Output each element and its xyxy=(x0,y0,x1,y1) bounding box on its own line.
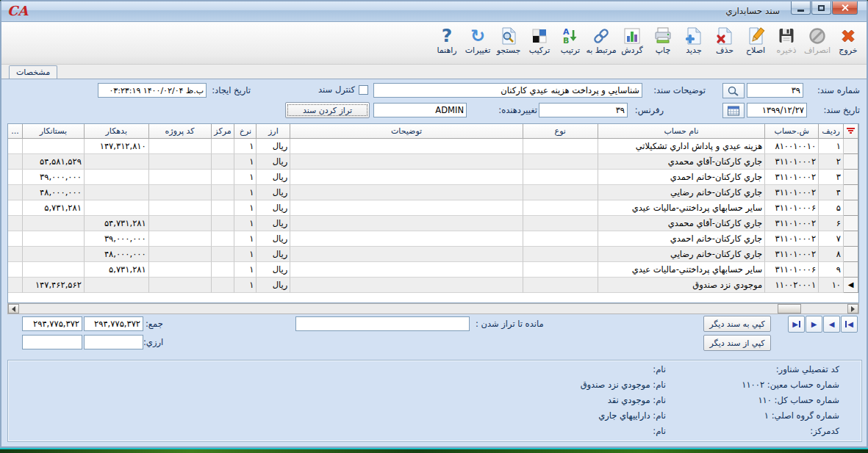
cell-accno[interactable]: ۳۱۱۰۱۰۰۰۲ xyxy=(765,154,819,170)
cell-currency[interactable]: ريال xyxy=(257,200,290,216)
cell-sel[interactable] xyxy=(844,139,858,154)
cell-accno[interactable]: ۳۱۱۰۱۰۰۰۲ xyxy=(765,185,819,200)
cell-rownum[interactable]: ۱ xyxy=(819,139,844,154)
cell-accno[interactable]: ۱۱۰۰۲۰۰۰۱ xyxy=(765,278,819,293)
cell-rate[interactable]: ۱ xyxy=(234,247,257,262)
cell-name[interactable]: جاري كاركنان-خانم رضايي xyxy=(598,247,766,262)
cell-project[interactable] xyxy=(149,170,212,185)
column-header-project[interactable]: كد پروژه xyxy=(149,124,212,139)
cell-project[interactable] xyxy=(149,231,212,247)
cell-project[interactable] xyxy=(149,185,212,200)
cell-rownum[interactable]: ۸ xyxy=(819,247,844,262)
copy-from-document-button[interactable]: كپي از سند ديگر xyxy=(703,335,771,351)
cell-type[interactable] xyxy=(523,154,598,170)
toolbar-delete-button[interactable]: حذف xyxy=(709,23,740,55)
cell-center[interactable] xyxy=(212,154,235,170)
cell-rate[interactable]: ۱ xyxy=(234,154,257,170)
cell-debit[interactable] xyxy=(85,185,149,200)
nav-previous-record-button[interactable]: ◀ xyxy=(823,316,840,333)
cell-dots[interactable] xyxy=(8,278,23,293)
cell-project[interactable] xyxy=(149,154,212,170)
scroll-left-button[interactable] xyxy=(8,304,19,314)
modifier-input[interactable] xyxy=(373,103,467,117)
copy-to-document-button[interactable]: كپي به سند ديگر xyxy=(703,316,771,332)
cell-desc[interactable] xyxy=(290,154,523,170)
cell-desc[interactable] xyxy=(290,262,523,278)
column-header-rownum[interactable]: رديف xyxy=(819,124,844,139)
cell-sel[interactable] xyxy=(844,170,858,185)
toolbar-search-button[interactable]: جستجو xyxy=(493,23,524,55)
cell-debit[interactable]: ۱۴۷,۳۱۲,۸۱۰ xyxy=(85,139,149,154)
cell-credit[interactable] xyxy=(23,139,85,154)
minimize-button[interactable] xyxy=(791,1,811,15)
cell-currency[interactable]: ريال xyxy=(257,139,290,154)
cell-accno[interactable]: ۳۱۱۰۱۰۰۰۲ xyxy=(765,170,819,185)
cell-currency[interactable]: ريال xyxy=(257,262,290,278)
toolbar-print-button[interactable]: چاپ xyxy=(648,23,678,55)
cell-name[interactable]: جاري كاركنان-آقاي محمدي xyxy=(598,216,766,231)
cell-center[interactable] xyxy=(212,262,235,278)
column-header-currency[interactable]: ارز xyxy=(257,124,290,139)
cell-debit[interactable] xyxy=(85,278,149,293)
cell-project[interactable] xyxy=(149,262,212,278)
cell-type[interactable] xyxy=(523,231,598,247)
cell-name[interactable]: موجودي نزد صندوق xyxy=(598,278,766,293)
cell-currency[interactable]: ريال xyxy=(257,231,290,247)
cell-sel[interactable] xyxy=(844,216,858,231)
cell-sel[interactable] xyxy=(844,231,858,247)
toolbar-edit-button[interactable]: اصلاح xyxy=(740,23,771,55)
cell-currency[interactable]: ريال xyxy=(257,278,290,293)
cell-currency[interactable]: ريال xyxy=(257,247,290,262)
cell-dots[interactable] xyxy=(8,154,23,170)
cell-rownum[interactable]: ۳ xyxy=(819,170,844,185)
cell-accno[interactable]: ۸۱۰۰۱۰۰۱۰ xyxy=(765,139,819,154)
cell-dots[interactable] xyxy=(8,247,23,262)
cell-desc[interactable] xyxy=(290,185,523,200)
column-header-dots[interactable]: ... xyxy=(8,124,23,139)
cell-rate[interactable]: ۱ xyxy=(234,185,257,200)
cell-credit[interactable]: ۴۸,۰۰۰,۰۰۰ xyxy=(23,185,85,200)
cell-type[interactable] xyxy=(523,139,598,154)
cell-rate[interactable]: ۱ xyxy=(234,262,257,278)
toolbar-changes-button[interactable]: ↻تغييرات xyxy=(462,23,493,55)
doc-description-input[interactable] xyxy=(373,83,642,98)
cell-currency[interactable]: ريال xyxy=(257,154,290,170)
cell-project[interactable] xyxy=(149,247,212,262)
toolbar-turnover-button[interactable]: گردش xyxy=(617,23,648,55)
control-doc-checkbox[interactable] xyxy=(359,85,368,95)
cell-desc[interactable] xyxy=(290,170,523,185)
tab-specifications[interactable]: مشخصات xyxy=(9,65,57,79)
toolbar-combine-button[interactable]: تركيب xyxy=(524,23,555,55)
cell-type[interactable] xyxy=(523,185,598,200)
cell-rate[interactable]: ۱ xyxy=(234,278,257,293)
cell-debit[interactable] xyxy=(85,200,149,216)
cell-center[interactable] xyxy=(212,185,235,200)
reference-input[interactable] xyxy=(539,103,628,117)
cell-sel[interactable] xyxy=(844,200,858,216)
cell-center[interactable] xyxy=(212,247,235,262)
cell-project[interactable] xyxy=(149,200,212,216)
cell-debit[interactable]: ۵۴,۷۳۱,۲۸۱ xyxy=(85,216,149,231)
cell-type[interactable] xyxy=(523,216,598,231)
account-search-button[interactable] xyxy=(722,83,745,98)
cell-accno[interactable]: ۳۱۱۰۱۰۰۰۶ xyxy=(765,200,819,216)
cell-credit[interactable] xyxy=(23,262,85,278)
cell-desc[interactable] xyxy=(290,231,523,247)
cell-debit[interactable]: ۴۸,۰۰۰,۰۰۰ xyxy=(85,247,149,262)
cell-name[interactable]: جاري كاركنان-خانم احمدي xyxy=(598,231,766,247)
cell-type[interactable] xyxy=(523,200,598,216)
cell-type[interactable] xyxy=(523,278,598,293)
cell-credit[interactable]: ۱۴۷,۴۶۲,۵۶۲ xyxy=(23,278,85,293)
cell-desc[interactable] xyxy=(290,200,523,216)
cell-dots[interactable] xyxy=(8,262,23,278)
cell-sel[interactable] xyxy=(844,247,858,262)
toolbar-order-button[interactable]: ABترتيب xyxy=(555,23,586,55)
cell-dots[interactable] xyxy=(8,216,23,231)
column-header-desc[interactable]: توضيحات xyxy=(290,124,523,139)
cell-credit[interactable]: ۵۴,۵۸۱,۵۲۹ xyxy=(23,154,85,170)
cell-credit[interactable] xyxy=(23,231,85,247)
cell-sel[interactable] xyxy=(844,262,858,278)
cell-project[interactable] xyxy=(149,278,212,293)
cell-desc[interactable] xyxy=(290,278,523,293)
cell-type[interactable] xyxy=(523,247,598,262)
